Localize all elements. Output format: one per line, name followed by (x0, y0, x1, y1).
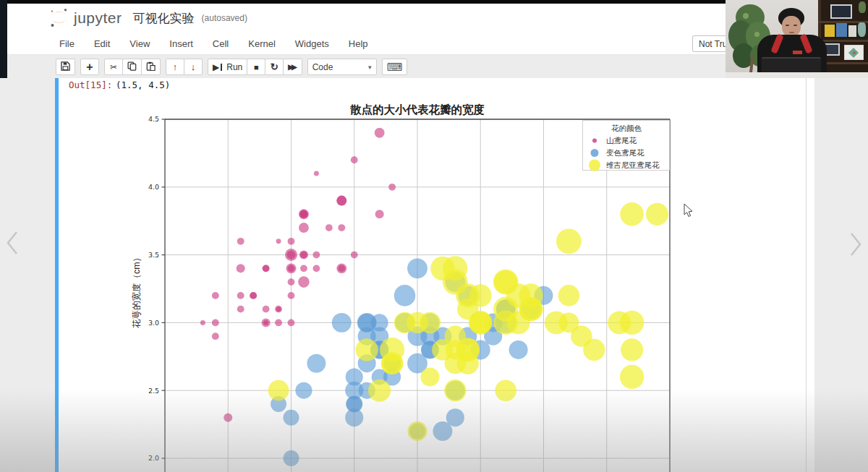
series-山鸢尾花 (200, 128, 396, 422)
menu-item-insert[interactable]: Insert (169, 38, 193, 49)
menu-item-view[interactable]: View (129, 38, 150, 49)
data-point (285, 249, 297, 261)
restart-button[interactable]: ↻ (265, 59, 284, 75)
data-point (493, 311, 517, 335)
stop-icon: ■ (254, 63, 259, 72)
data-point (375, 128, 385, 138)
y-axis-label: 花萼的宽度（cm） (132, 253, 142, 329)
fast-forward-button[interactable]: ▶▶ (283, 59, 302, 75)
data-point (620, 365, 644, 389)
copy-button[interactable] (122, 59, 142, 75)
toolbar: +✂↑↓▶Run■↻▶▶Code▾⌨ (56, 56, 407, 78)
jupyter-logo[interactable]: jupyter (49, 8, 122, 28)
data-point (275, 306, 282, 313)
series-维吉尼亚鸢尾花 (268, 202, 668, 441)
command-palette-button[interactable]: ⌨ (382, 59, 408, 75)
notebook-title[interactable]: 可视化实验 (133, 10, 195, 27)
toolbar-button-group (56, 59, 75, 75)
data-point (408, 421, 427, 441)
presenter-mouth (789, 32, 794, 33)
data-point (275, 319, 282, 326)
data-point (336, 263, 346, 273)
plant-highlight (743, 13, 749, 19)
selected-cell-indicator[interactable] (55, 78, 59, 472)
legend-label: 变色鸢尾花 (606, 148, 644, 157)
frame-artwork-dot (853, 51, 856, 54)
data-point (556, 228, 582, 254)
data-point (558, 312, 579, 332)
data-point (237, 238, 244, 245)
run-button-label: Run (226, 62, 242, 72)
data-point (288, 292, 295, 299)
y-axis-ticks: 4.54.03.53.02.52.0 (148, 115, 165, 462)
run-button[interactable]: ▶Run (208, 59, 247, 75)
shelf-board (818, 40, 868, 42)
hoodie-logo (793, 51, 802, 54)
data-point (224, 413, 232, 422)
paste-icon (146, 61, 156, 73)
legend-marker (589, 160, 600, 171)
data-point (295, 382, 312, 399)
data-point (307, 354, 326, 373)
data-point (394, 285, 416, 306)
move-up-button[interactable]: ↑ (166, 59, 184, 75)
toolbar-button-group: + (80, 59, 99, 75)
arrow-up-icon: ↑ (173, 61, 178, 72)
step-forward-icon: ▶ (213, 62, 219, 72)
menu-item-file[interactable]: File (59, 38, 75, 49)
data-point (212, 292, 219, 299)
add-cell-button[interactable]: + (80, 59, 99, 75)
data-point (646, 203, 668, 226)
legend: 花的颜色山鸢尾花变色鸢尾花维吉尼亚鸢尾花 (583, 121, 670, 171)
data-point (314, 171, 319, 176)
data-point (351, 156, 358, 163)
arrow-down-icon: ↓ (191, 61, 196, 72)
save-button[interactable] (56, 59, 75, 75)
cell-type-value: Code (312, 62, 333, 72)
data-point (300, 265, 307, 272)
data-point (300, 210, 307, 218)
y-tick-label: 3.0 (148, 319, 159, 327)
menu-item-edit[interactable]: Edit (94, 38, 110, 49)
cell-type-select[interactable]: Code▾ (307, 59, 377, 75)
menu-item-widgets[interactable]: Widgets (295, 38, 329, 49)
y-tick-label: 4.5 (148, 115, 159, 123)
blue-book (836, 23, 847, 37)
legend-label: 维吉尼亚鸢尾花 (606, 160, 660, 169)
restart-icon: ↻ (271, 61, 278, 72)
data-point (212, 332, 219, 340)
cut-button[interactable]: ✂ (104, 59, 123, 75)
data-point (263, 306, 270, 313)
data-point (212, 319, 219, 326)
data-point (262, 318, 271, 327)
jupyter-wordmark: jupyter (74, 9, 122, 27)
data-point (469, 312, 492, 334)
data-point (332, 313, 352, 332)
legend-marker (592, 139, 597, 143)
output-prompt: Out[15]: (69, 80, 112, 90)
chart-title: 散点的大小代表花瓣的宽度 (350, 103, 485, 116)
data-point (312, 252, 320, 259)
presenter-face (782, 16, 801, 37)
save-icon (61, 61, 70, 73)
move-down-button[interactable]: ↓ (184, 59, 203, 75)
menu-item-cell[interactable]: Cell (213, 38, 229, 49)
stop-button[interactable]: ■ (247, 59, 265, 75)
data-point (338, 224, 345, 231)
paste-button[interactable] (141, 59, 161, 75)
data-point (336, 196, 346, 206)
yellow-book (825, 25, 835, 37)
carousel-prev-icon[interactable] (3, 227, 22, 259)
chevron-down-icon: ▾ (368, 64, 372, 71)
menu-item-help[interactable]: Help (349, 38, 368, 49)
data-point (621, 338, 643, 361)
scissors-icon: ✂ (110, 62, 117, 72)
data-point (299, 223, 309, 233)
data-point (444, 379, 466, 401)
data-point (394, 312, 416, 334)
left-dark-strip (0, 0, 7, 81)
legend-label: 山鸢尾花 (606, 136, 637, 145)
jupyter-planet-icon (49, 8, 69, 28)
carousel-next-icon[interactable] (846, 228, 865, 260)
menu-item-kernel[interactable]: Kernel (248, 38, 276, 49)
